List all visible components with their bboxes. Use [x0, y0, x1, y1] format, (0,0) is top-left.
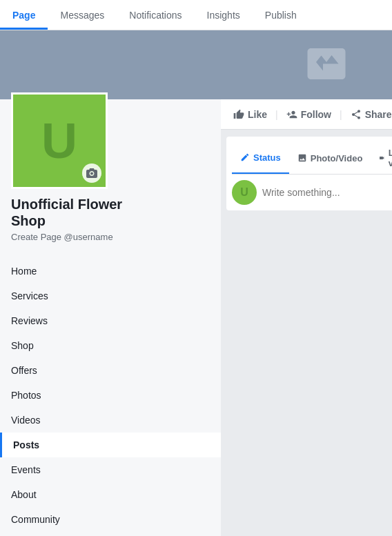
camera-icon[interactable]: [82, 163, 101, 183]
post-tabs: Status Photo/Video Live vid...: [232, 142, 392, 175]
follow-button[interactable]: Follow: [280, 105, 338, 124]
tab-status[interactable]: Status: [232, 142, 289, 174]
nav-notifications[interactable]: Notifications: [117, 0, 194, 30]
sidebar-item-home[interactable]: Home: [0, 259, 221, 284]
sidebar-item-about[interactable]: About: [0, 482, 221, 507]
like-button[interactable]: Like: [226, 105, 274, 124]
post-avatar: U: [232, 180, 257, 205]
tab-live-video[interactable]: Live vid...: [371, 142, 392, 174]
action-bar: Like | Follow | Share: [221, 99, 392, 130]
sidebar-item-reviews[interactable]: Reviews: [0, 308, 221, 333]
sidebar-item-photos[interactable]: Photos: [0, 383, 221, 408]
promote-section: Promote Manage promotions: [0, 532, 221, 536]
page-name: Unofficial Flower Shop: [11, 196, 210, 229]
left-sidebar: U Unofficial Flower Shop Create Page @us…: [0, 30, 221, 536]
sidebar-item-community[interactable]: Community: [0, 507, 221, 532]
nav-publish[interactable]: Publish: [253, 0, 309, 30]
post-input-row: U: [232, 180, 392, 205]
cover-photo-right: [221, 30, 392, 99]
top-nav: Page Messages Notifications Insights Pub…: [0, 0, 392, 30]
share-button[interactable]: Share: [344, 105, 392, 124]
sidebar-item-services[interactable]: Services: [0, 284, 221, 308]
cover-photo-left: [0, 30, 221, 99]
sidebar-item-offers[interactable]: Offers: [0, 358, 221, 383]
post-creation-area: Status Photo/Video Live vid... U: [226, 137, 392, 210]
nav-insights[interactable]: Insights: [195, 0, 253, 30]
profile-section: U Unofficial Flower Shop Create Page @us…: [0, 92, 221, 259]
sidebar-item-videos[interactable]: Videos: [0, 408, 221, 433]
nav-page[interactable]: Page: [0, 0, 48, 30]
divider-2: |: [340, 109, 342, 120]
profile-letter: U: [41, 112, 77, 169]
sidebar-item-shop[interactable]: Shop: [0, 333, 221, 358]
sidebar-item-posts[interactable]: Posts: [0, 433, 221, 457]
nav-messages[interactable]: Messages: [48, 0, 117, 30]
divider-1: |: [275, 109, 278, 120]
right-content: Like | Follow | Share Status: [221, 30, 392, 536]
sidebar-item-events[interactable]: Events: [0, 457, 221, 482]
cover-icon-placeholder: [306, 43, 347, 87]
sidebar-navigation: Home Services Reviews Shop Offers Photos…: [0, 259, 221, 532]
main-layout: U Unofficial Flower Shop Create Page @us…: [0, 30, 392, 536]
post-input[interactable]: [262, 187, 392, 198]
tab-photo-video[interactable]: Photo/Video: [289, 142, 371, 174]
page-username: Create Page @username: [11, 232, 210, 242]
profile-image[interactable]: U: [11, 92, 108, 189]
